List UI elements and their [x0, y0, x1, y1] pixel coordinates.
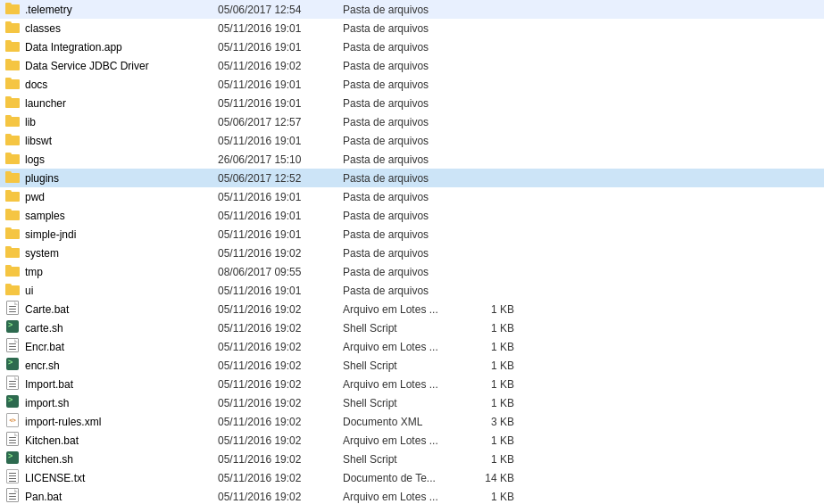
- file-name: Pan.bat: [21, 491, 218, 503]
- file-type: Shell Script: [343, 359, 468, 372]
- file-type: Pasta de arquivos: [343, 78, 468, 91]
- file-name: import-rules.xml: [21, 416, 218, 428]
- bat-icon: [6, 488, 19, 502]
- file-name: libswt: [21, 135, 218, 147]
- file-name: docs: [21, 78, 218, 91]
- file-type: Pasta de arquivos: [343, 60, 468, 72]
- file-date: 05/11/2016 19:02: [218, 60, 343, 72]
- table-row[interactable]: pwd05/11/2016 19:01Pasta de arquivos: [0, 187, 824, 206]
- table-row[interactable]: import.sh05/11/2016 19:02Shell Script1 K…: [0, 393, 824, 412]
- file-list: .telemetry05/06/2017 12:54Pasta de arqui…: [0, 0, 824, 504]
- file-date: 05/11/2016 19:02: [218, 247, 343, 260]
- file-name: Encr.bat: [21, 341, 218, 353]
- file-type: Documento de Te...: [343, 472, 468, 484]
- file-date: 05/11/2016 19:02: [218, 434, 343, 447]
- table-row[interactable]: ui05/11/2016 19:01Pasta de arquivos: [0, 281, 824, 300]
- file-name: import.sh: [21, 397, 218, 409]
- file-icon-col: [4, 376, 21, 392]
- file-name: logs: [21, 153, 218, 166]
- file-date: 05/11/2016 19:01: [218, 78, 343, 91]
- table-row[interactable]: Import.bat05/11/2016 19:02Arquivo em Lot…: [0, 375, 824, 393]
- file-date: 08/06/2017 09:55: [218, 266, 343, 278]
- file-date: 05/11/2016 19:01: [218, 97, 343, 110]
- sh-icon: [6, 320, 19, 333]
- table-row[interactable]: .telemetry05/06/2017 12:54Pasta de arqui…: [0, 0, 824, 19]
- file-name: .telemetry: [21, 4, 218, 16]
- file-type: Arquivo em Lotes ...: [343, 303, 468, 316]
- folder-icon: [5, 284, 20, 295]
- file-icon-col: [4, 209, 21, 223]
- file-type: Shell Script: [343, 397, 468, 409]
- folder-icon: [5, 78, 20, 89]
- file-icon-col: [4, 301, 21, 318]
- file-date: 05/11/2016 19:02: [218, 416, 343, 428]
- table-row[interactable]: classes05/11/2016 19:01Pasta de arquivos: [0, 19, 824, 37]
- file-name: classes: [21, 22, 218, 35]
- table-row[interactable]: Encr.bat05/11/2016 19:02Arquivo em Lotes…: [0, 337, 824, 356]
- table-row[interactable]: Carte.bat05/11/2016 19:02Arquivo em Lote…: [0, 300, 824, 318]
- table-row[interactable]: Pan.bat05/11/2016 19:02Arquivo em Lotes …: [0, 487, 824, 504]
- table-row[interactable]: kitchen.sh05/11/2016 19:02Shell Script1 …: [0, 450, 824, 468]
- table-row[interactable]: launcher05/11/2016 19:01Pasta de arquivo…: [0, 94, 824, 112]
- file-icon-col: [4, 432, 21, 449]
- table-row[interactable]: logs26/06/2017 15:10Pasta de arquivos: [0, 150, 824, 169]
- table-row[interactable]: docs05/11/2016 19:01Pasta de arquivos: [0, 75, 824, 94]
- file-date: 05/11/2016 19:02: [218, 472, 343, 484]
- file-size: 1 KB: [468, 434, 521, 447]
- table-row[interactable]: import-rules.xml05/11/2016 19:02Document…: [0, 412, 824, 431]
- file-name: system: [21, 247, 218, 260]
- file-date: 26/06/2017 15:10: [218, 153, 343, 166]
- table-row[interactable]: LICENSE.txt05/11/2016 19:02Documento de …: [0, 468, 824, 487]
- folder-icon: [5, 209, 20, 220]
- folder-icon: [5, 40, 20, 52]
- file-size: 3 KB: [468, 416, 521, 428]
- file-size: 1 KB: [468, 303, 521, 316]
- table-row[interactable]: plugins05/06/2017 12:52Pasta de arquivos: [0, 169, 824, 187]
- folder-icon: [5, 96, 20, 108]
- sh-icon: [6, 451, 19, 464]
- file-type: Documento XML: [343, 416, 468, 428]
- file-size: 14 KB: [468, 472, 521, 484]
- table-row[interactable]: lib05/06/2017 12:57Pasta de arquivos: [0, 112, 824, 131]
- file-size: 1 KB: [468, 378, 521, 391]
- file-name: tmp: [21, 266, 218, 278]
- file-name: Import.bat: [21, 378, 218, 391]
- xml-icon: [6, 413, 19, 427]
- file-name: carte.sh: [21, 322, 218, 335]
- file-type: Shell Script: [343, 322, 468, 335]
- file-date: 05/11/2016 19:02: [218, 359, 343, 372]
- file-type: Pasta de arquivos: [343, 191, 468, 203]
- sh-icon: [6, 358, 19, 370]
- file-name: ui: [21, 285, 218, 297]
- file-date: 05/06/2017 12:54: [218, 4, 343, 16]
- table-row[interactable]: encr.sh05/11/2016 19:02Shell Script1 KB: [0, 356, 824, 375]
- table-row[interactable]: simple-jndi05/11/2016 19:01Pasta de arqu…: [0, 225, 824, 244]
- table-row[interactable]: tmp08/06/2017 09:55Pasta de arquivos: [0, 262, 824, 281]
- file-name: lib: [21, 116, 218, 128]
- file-name: LICENSE.txt: [21, 472, 218, 484]
- table-row[interactable]: libswt05/11/2016 19:01Pasta de arquivos: [0, 131, 824, 150]
- folder-icon: [5, 171, 20, 183]
- folder-icon: [5, 115, 20, 127]
- file-type: Pasta de arquivos: [343, 97, 468, 110]
- table-row[interactable]: system05/11/2016 19:02Pasta de arquivos: [0, 244, 824, 262]
- folder-icon: [5, 3, 20, 14]
- file-icon-col: [4, 40, 21, 54]
- file-icon-col: [4, 488, 21, 504]
- table-row[interactable]: carte.sh05/11/2016 19:02Shell Script1 KB: [0, 318, 824, 337]
- file-icon-col: [4, 134, 21, 148]
- file-date: 05/11/2016 19:02: [218, 341, 343, 353]
- file-name: Kitchen.bat: [21, 434, 218, 447]
- file-type: Shell Script: [343, 453, 468, 466]
- sh-icon: [6, 395, 19, 408]
- table-row[interactable]: samples05/11/2016 19:01Pasta de arquivos: [0, 206, 824, 225]
- table-row[interactable]: Kitchen.bat05/11/2016 19:02Arquivo em Lo…: [0, 431, 824, 450]
- file-icon-col: [4, 358, 21, 373]
- file-icon-col: [4, 395, 21, 410]
- table-row[interactable]: Data Service JDBC Driver05/11/2016 19:02…: [0, 56, 824, 75]
- folder-icon: [5, 134, 20, 145]
- file-date: 05/11/2016 19:02: [218, 453, 343, 466]
- file-name: kitchen.sh: [21, 453, 218, 466]
- file-type: Pasta de arquivos: [343, 172, 468, 185]
- table-row[interactable]: Data Integration.app05/11/2016 19:01Past…: [0, 37, 824, 56]
